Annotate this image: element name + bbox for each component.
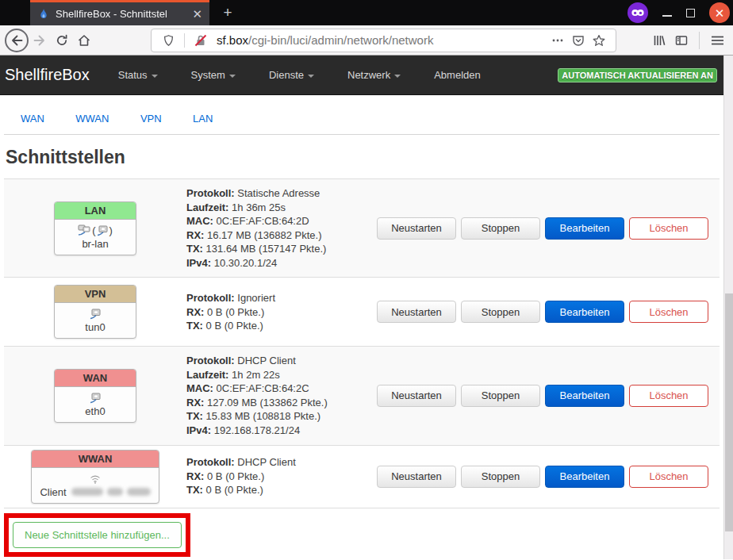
maximize-button[interactable] [686, 9, 695, 17]
ifacebox-wwan-title: WWAN [32, 451, 158, 468]
interface-row-vpn: VPN tun0 Protokoll: Ignoriert RX: 0 B (0… [4, 277, 720, 346]
forward-icon[interactable] [29, 29, 51, 52]
home-icon[interactable] [73, 29, 95, 52]
tab-lan[interactable]: LAN [193, 113, 213, 125]
tab-title: ShellfireBox - Schnittstel [56, 8, 190, 20]
ifacebox-vpn-title: VPN [55, 286, 136, 303]
restart-button[interactable]: Neustarten [377, 385, 456, 407]
interface-info-wan: Protokoll: DHCP Client Laufzeit: 1h 2m 2… [186, 354, 377, 437]
tab-close-icon[interactable]: ✕ [190, 8, 205, 20]
nav-item-status[interactable]: Status [118, 69, 158, 81]
stop-button[interactable]: Stoppen [461, 301, 540, 323]
url-text: sf.box/cgi-bin/luci/admin/network/networ… [217, 33, 547, 47]
shellfire-flame-icon [37, 8, 50, 21]
chevron-down-icon [229, 75, 236, 78]
insecure-lock-icon[interactable] [190, 29, 211, 52]
ifacebox-lan-title: LAN [55, 202, 136, 220]
delete-button[interactable]: Löschen [629, 301, 708, 323]
device-name: eth0 [61, 405, 129, 417]
tab-vpn[interactable]: VPN [140, 113, 162, 125]
redacted-ssid [71, 488, 151, 496]
window-controls: ✕ [627, 2, 730, 23]
scrollbar-thumb[interactable] [725, 293, 733, 531]
interface-tabmenu: WAN WWAN VPN LAN [4, 95, 720, 135]
minimize-button[interactable] [662, 15, 672, 17]
chevron-down-icon [394, 75, 401, 78]
shield-icon[interactable] [158, 29, 178, 52]
ifacebox-lan: LAN ( ) br-lan [54, 201, 136, 255]
page-content: ShellfireBox Status System Dienste Netzw… [0, 56, 723, 559]
pocket-icon[interactable] [568, 29, 589, 52]
url-path: /cgi-bin/luci/admin/network/network [248, 33, 433, 47]
bookmark-star-icon[interactable] [589, 29, 609, 52]
device-name: tun0 [61, 321, 129, 333]
tab-wwan[interactable]: WWAN [75, 113, 109, 125]
device-name: br-lan [61, 238, 129, 250]
edit-button[interactable]: Bearbeiten [545, 385, 624, 407]
browser-tab[interactable]: ShellfireBox - Schnittstel ✕ [30, 0, 209, 25]
url-host: sf.box [217, 33, 248, 47]
scrollbar[interactable] [723, 56, 733, 559]
page-title: Schnittstellen [6, 147, 723, 168]
stop-button[interactable]: Stoppen [461, 385, 540, 407]
red-annotation-box: Neue Schnittstelle hinzufügen... [4, 513, 190, 557]
nav-item-abmelden[interactable]: Abmelden [434, 69, 481, 81]
site-navbar: ShellfireBox Status System Dienste Netzw… [0, 56, 723, 95]
nav-item-dienste[interactable]: Dienste [269, 69, 314, 81]
library-icon[interactable] [648, 29, 670, 52]
nav-item-system[interactable]: System [191, 69, 236, 81]
browser-toolbar: sf.box/cgi-bin/luci/admin/network/networ… [0, 25, 733, 56]
add-interface-button[interactable]: Neue Schnittstelle hinzufügen... [13, 522, 182, 548]
tunnel-port-icon [90, 309, 102, 320]
window-titlebar: ShellfireBox - Schnittstel ✕ + ✕ [0, 0, 733, 25]
restart-button[interactable]: Neustarten [377, 466, 456, 488]
device-name: Client [40, 486, 66, 498]
url-bar[interactable]: sf.box/cgi-bin/luci/admin/network/networ… [151, 29, 616, 52]
ifacebox-wan: WAN eth0 [54, 369, 136, 423]
page-actions-icon[interactable] [547, 29, 568, 52]
delete-button[interactable]: Löschen [629, 217, 708, 240]
delete-button[interactable]: Löschen [629, 466, 708, 488]
interface-row-wwan: WWAN Client Protokoll: DH [4, 445, 720, 508]
wifi-signal-icon [90, 474, 101, 484]
interface-table: LAN ( ) br-lan Protokoll: [4, 178, 720, 508]
stop-button[interactable]: Stoppen [461, 466, 540, 488]
back-icon[interactable] [5, 29, 29, 52]
sidebar-toggle-icon[interactable] [670, 29, 693, 52]
bridge-switch-icon [78, 224, 91, 236]
restart-button[interactable]: Neustarten [377, 217, 456, 240]
menu-hamburger-icon[interactable] [706, 29, 728, 52]
brand-title: ShellfireBox [5, 66, 90, 84]
chevron-down-icon [152, 75, 158, 78]
ifacebox-wwan: WWAN Client [31, 450, 159, 504]
edit-button[interactable]: Bearbeiten [545, 466, 624, 488]
auto-refresh-badge[interactable]: AUTOMATISCH AKTUALISIEREN AN [558, 68, 717, 82]
close-window-button[interactable]: ✕ [709, 2, 730, 23]
chevron-down-icon [308, 75, 314, 78]
interface-row-wan: WAN eth0 Protokoll: DHCP Client Laufzeit… [4, 346, 720, 444]
stop-button[interactable]: Stoppen [461, 217, 540, 240]
ethernet-port-icon [97, 225, 109, 236]
private-browsing-mask-icon [627, 2, 648, 23]
edit-button[interactable]: Bearbeiten [545, 217, 624, 240]
interface-info-vpn: Protokoll: Ignoriert RX: 0 B (0 Pkte.) T… [186, 291, 377, 333]
interface-info-wwan: Protokoll: DHCP Client RX: 0 B (0 Pkte.)… [186, 455, 377, 497]
delete-button[interactable]: Löschen [629, 385, 708, 407]
tab-wan[interactable]: WAN [21, 113, 44, 125]
ifacebox-wan-title: WAN [55, 370, 136, 387]
new-tab-button[interactable]: + [217, 3, 238, 22]
restart-button[interactable]: Neustarten [377, 301, 456, 323]
ethernet-port-icon [90, 393, 102, 404]
interface-row-lan: LAN ( ) br-lan Protokoll: [4, 178, 720, 277]
edit-button[interactable]: Bearbeiten [545, 301, 624, 323]
nav-item-netzwerk[interactable]: Netzwerk [347, 69, 401, 81]
ifacebox-vpn: VPN tun0 [54, 285, 136, 339]
interface-info-lan: Protokoll: Statische Adresse Laufzeit: 1… [186, 186, 377, 270]
refresh-icon[interactable] [51, 29, 73, 52]
